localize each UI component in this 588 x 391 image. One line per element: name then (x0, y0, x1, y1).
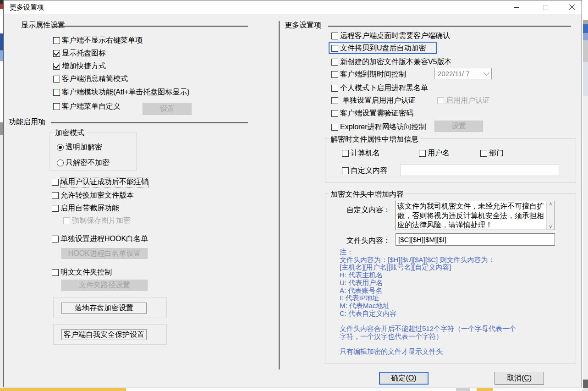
checkbox-label: Explorer进程网络访问控制 (340, 122, 426, 132)
checkbox-enable-auth[interactable] (437, 97, 444, 104)
cancel-button-label: 取消( (507, 374, 524, 383)
row-computer-name: 计算机名 (342, 149, 380, 157)
row-department: 部门 (480, 149, 504, 157)
checkbox-personal-blacklist[interactable] (331, 85, 338, 92)
checkbox-shortcut[interactable] (53, 63, 60, 70)
explorer-net-settings-button[interactable]: 设置 (434, 121, 483, 132)
checkbox-screenshot[interactable] (52, 205, 59, 212)
checkbox-password-verify[interactable] (331, 110, 338, 117)
disk-encrypt-settings-button[interactable]: 落地存盘加密设置 (61, 303, 147, 314)
row-domain-auth: 域用户认证成功后不能注销 (52, 178, 148, 186)
folder-path-settings-button[interactable]: 文件夹路径设置 (61, 280, 148, 291)
more-settings-dialog: 更多设置项 显示属性设置 客户端不显示右键菜单项 显示托盘图标 增加快捷方式 客… (3, 0, 582, 387)
checkbox-label: 增加快捷方式 (62, 61, 106, 71)
background-left-strip (0, 0, 3, 391)
maximize-icon (543, 5, 548, 10)
self-protect-settings-button[interactable]: 客户端自我安全保护设置 (61, 329, 147, 340)
row-decrypt-only: 只解密不加密 (57, 159, 110, 167)
custom-content-label: 自定义内容： (346, 205, 390, 215)
checkbox-label: 单独设置启用用户认证 (342, 96, 416, 105)
row-v5-compat: 新创建的加密文件版本兼容V5版本 (331, 58, 452, 66)
hook-whitelist-settings-button[interactable]: HOOK进程白名单设置 (61, 248, 148, 259)
checkbox-hook-whitelist[interactable] (52, 236, 59, 242)
ok-button-label-end: ) (414, 374, 416, 382)
checkbox-computer-name[interactable] (342, 150, 349, 157)
maximize-button[interactable] (535, 0, 556, 14)
row-plain-folder: 明文文件夹控制 (52, 269, 112, 276)
radio-label: 只解密不加密 (66, 158, 110, 168)
minimize-button[interactable] (506, 0, 527, 14)
menu-custom-settings-button[interactable]: 设置 (143, 103, 192, 115)
custom-content-input[interactable] (400, 164, 559, 176)
screen: 更多设置项 显示属性设置 客户端不显示右键菜单项 显示托盘图标 增加快捷方式 客… (0, 0, 588, 391)
checkbox-explorer-net[interactable] (331, 124, 338, 131)
checkbox-label: 域用户认证成功后不能注销 (60, 177, 148, 187)
checkbox-tray-icon[interactable] (53, 50, 60, 57)
separator-line (51, 122, 248, 123)
scroll-down-icon[interactable]: ∨ (549, 224, 552, 230)
file-header-title: 加密文件头中增加内容 (329, 190, 406, 199)
row-hook-whitelist: 单独设置进程HOOK白名单 (52, 235, 148, 243)
radio-decrypt-only[interactable] (57, 160, 64, 166)
ok-button[interactable]: 确定(O) (379, 372, 429, 385)
encrypt-mode-title: 加密模式 (53, 128, 86, 138)
ok-button-label: 确定( (391, 374, 408, 383)
checkbox-label: 强制保存图片加密 (72, 216, 131, 226)
textarea-scrollbar[interactable]: ∧ ∨ (546, 201, 555, 230)
checkbox-simple-message[interactable] (53, 76, 60, 83)
row-enable-auth: 启用用户认证 (437, 97, 490, 105)
checkbox-label: 启用用户认证 (446, 96, 490, 105)
checkbox-label: 计算机名 (351, 149, 380, 158)
checkbox-custom-content[interactable] (342, 167, 349, 174)
row-shortcut: 增加快捷方式 (53, 62, 106, 70)
checkbox-label: 允许转换加密文件版本 (60, 191, 134, 200)
checkbox-label: 客户端模块功能(Atl+单击托盘图标显示) (62, 88, 190, 97)
row-hide-context-menu: 客户端不显示右键菜单项 (53, 37, 143, 44)
checkbox-label: 用户名 (428, 149, 450, 158)
expire-date-picker[interactable]: 2022/11/ 7 (434, 68, 492, 79)
checkbox-remote-confirm[interactable] (331, 33, 338, 39)
expire-date-value: 2022/11/ 7 (438, 70, 470, 77)
close-button[interactable] (561, 0, 582, 14)
checkbox-hide-context-menu[interactable] (53, 37, 60, 44)
checkbox-separate-auth[interactable] (331, 97, 338, 104)
background-right-strip (583, 0, 588, 391)
background-bottom-yellow-2 (477, 388, 493, 391)
section-header-more: 更多设置项 (285, 21, 321, 30)
checkbox-plain-folder[interactable] (52, 269, 59, 276)
checkbox-module-function[interactable] (53, 89, 60, 96)
checkbox-label: 客户端到期时间控制 (340, 70, 406, 79)
window-title: 更多设置项 (10, 3, 44, 12)
checkbox-usb-encrypt[interactable] (331, 45, 338, 52)
checkbox-domain-auth[interactable] (52, 179, 59, 186)
decrypt-info-groupbox (325, 138, 576, 183)
row-remote-confirm: 远程客户端桌面时需要客户端确认 (331, 32, 450, 40)
separator-line (52, 26, 248, 27)
row-convert-version: 允许转换加密文件版本 (52, 192, 134, 199)
checkbox-department[interactable] (480, 150, 487, 157)
row-force-image-encrypt: 强制保存图片加密 (63, 217, 131, 225)
row-expire-control: 客户端到期时间控制 (331, 71, 406, 78)
checkbox-user-name[interactable] (419, 150, 426, 157)
checkbox-convert-version[interactable] (52, 192, 59, 199)
cancel-button-label-end: ) (529, 374, 532, 382)
separator-line (328, 26, 571, 27)
row-personal-blacklist: 个人模式下启用进程黑名单 (331, 84, 428, 92)
checkbox-force-image-encrypt[interactable] (63, 217, 70, 224)
file-header-content-label: 文件头内容： (346, 236, 390, 246)
cancel-button[interactable]: 取消(C) (495, 372, 544, 385)
row-simple-message: 客户端消息精简模式 (53, 75, 128, 83)
custom-content-textarea[interactable]: 该文件为我司机密文件，未经允许不可擅自扩散，否则将视为违反计算机安全法，须承担相… (396, 201, 546, 230)
row-custom-content: 自定义内容 (342, 167, 387, 175)
checkbox-expire-control[interactable] (331, 71, 338, 78)
radio-transparent-encrypt[interactable] (57, 144, 64, 151)
custom-content-textarea-wrap: 该文件为我司机密文件，未经允许不可擅自扩散，否则将视为违反计算机安全法，须承担相… (396, 201, 555, 230)
row-module-function: 客户端模块功能(Atl+单击托盘图标显示) (53, 88, 190, 96)
checkbox-v5-compat[interactable] (331, 59, 338, 66)
checkbox-label: 文件拷贝到U盘后自动加密 (340, 44, 426, 53)
file-header-content-input[interactable] (396, 233, 555, 246)
radio-label: 透明加解密 (66, 143, 102, 152)
scroll-up-icon[interactable]: ∧ (549, 201, 552, 207)
checkbox-label: 客户端设置需验证密码 (340, 109, 413, 118)
checkbox-menu-custom[interactable] (53, 103, 60, 110)
